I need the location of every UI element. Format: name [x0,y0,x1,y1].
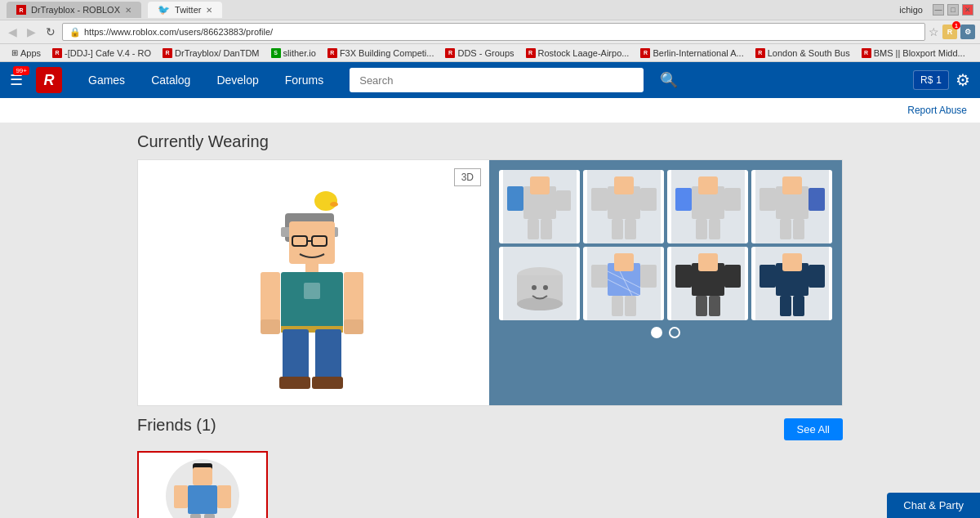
svg-rect-32 [625,219,636,239]
svg-rect-77 [782,253,802,271]
minimize-button[interactable]: — [933,4,944,16]
svg-rect-16 [283,329,309,382]
item-cell-5[interactable] [499,247,580,320]
maximize-button[interactable]: □ [947,4,959,16]
nav-forums[interactable]: Forums [272,62,336,98]
svg-rect-74 [808,265,825,288]
address-bar[interactable]: 🔒 https://www.roblox.com/users/86623883/… [62,23,925,41]
dot-2[interactable] [669,327,680,338]
bookmark-dds[interactable]: R DDS - Groups [440,47,519,60]
slither-label: slither.io [283,48,316,58]
bookmark-apps[interactable]: ⊞ Apps [7,47,46,60]
twitter-favicon: 🐦 [158,4,170,16]
bookmark-f3x[interactable]: R F3X Building Competi... [323,47,439,60]
robux-balance[interactable]: R$ 1 [913,70,949,90]
back-button[interactable]: ◀ [5,24,20,40]
nav-games[interactable]: Games [75,62,138,98]
settings-gear-icon[interactable]: ⚙ [956,70,970,90]
svg-rect-30 [640,188,657,211]
svg-rect-8 [305,264,318,272]
active-tab-close[interactable]: ✕ [206,6,212,15]
reload-button[interactable]: ↻ [42,24,59,40]
svg-rect-84 [204,514,215,518]
nav-right-area: R 1 ⚙ [942,25,975,39]
svg-rect-22 [507,186,523,211]
character-view: 3D [138,160,489,405]
bookmark-cafe[interactable]: R -[DDJ-] Cafe V.4 - RO [47,47,156,60]
friend-avatar [166,459,239,518]
bookmark-london[interactable]: R London & South Bus [751,47,855,60]
roblox-logo[interactable]: R [36,67,62,93]
settings-extension-icon[interactable]: ⚙ [960,25,975,39]
extension-icon[interactable]: R 1 [942,25,957,39]
page-content: Report Abuse Currently Wearing 3D [0,98,980,518]
svg-point-0 [314,191,337,211]
bookmark-bms[interactable]: R BMS || Bloxport Midd... [857,47,970,60]
tab-inactive[interactable]: R DrTrayblox - ROBLOX ✕ [7,2,141,18]
friend-card[interactable]: realdanswife [137,451,268,518]
friends-section: Friends (1) See All realdanswife [0,406,980,518]
svg-rect-76 [793,296,804,316]
close-button[interactable]: ✕ [962,4,973,16]
nav-develop[interactable]: Develop [203,62,271,98]
friends-title: Friends (1) [137,416,216,435]
character-svg [240,176,387,389]
friend-avatar-svg [170,459,235,518]
item-cell-6[interactable] [583,247,664,320]
dot-1[interactable] [651,327,662,338]
search-input[interactable] [350,68,644,92]
bookmark-rostock[interactable]: R Rostock Laage-Airpo... [521,47,635,60]
friends-header: Friends (1) See All [137,416,843,443]
f3x-label: F3X Building Competi... [340,48,434,58]
r-icon-rostock: R [526,48,536,58]
svg-rect-73 [760,265,776,288]
item-cell-8[interactable] [751,247,832,320]
menu-button[interactable]: ☰ 99+ [10,71,23,89]
svg-rect-19 [312,377,343,389]
roblox-navigation: ☰ 99+ R Games Catalog Develop Forums 🔍 R… [0,62,980,98]
berlin-label: Berlin-International A... [653,48,743,58]
apps-icon: ⊞ [11,48,18,57]
3d-button[interactable]: 3D [454,168,481,186]
see-all-button[interactable]: See All [784,418,843,440]
tab-active[interactable]: 🐦 Twitter ✕ [148,2,222,18]
bookmark-slither[interactable]: S slither.io [266,47,321,60]
item-cell-4[interactable] [751,170,832,243]
svg-rect-79 [193,467,212,485]
svg-rect-31 [612,219,623,239]
svg-rect-39 [709,219,720,239]
item-cell-1[interactable] [499,170,580,243]
chat-party-button[interactable]: Chat & Party [887,493,980,518]
forward-button[interactable]: ▶ [24,24,39,40]
dds-label: DDS - Groups [457,48,514,58]
wearing-panel: 3D [137,159,843,406]
svg-rect-83 [190,514,201,518]
notification-count-badge: 99+ [13,66,29,75]
inactive-tab-close[interactable]: ✕ [125,6,131,15]
item-cell-2[interactable] [583,170,664,243]
svg-rect-14 [344,319,363,334]
bookmark-drtrayblox[interactable]: R DrTrayblox/ DanTDM [158,47,265,60]
svg-rect-82 [217,485,231,508]
svg-rect-45 [780,219,791,239]
rs-count: 1 [936,74,942,86]
bookmark-star-icon[interactable]: ☆ [929,25,939,38]
svg-rect-80 [188,485,217,514]
bookmark-berlin[interactable]: R Berlin-International A... [635,47,748,60]
report-abuse-link[interactable]: Report Abuse [907,105,967,116]
nav-catalog[interactable]: Catalog [138,62,203,98]
svg-point-53 [543,285,548,290]
currently-wearing-title: Currently Wearing [137,132,843,151]
item-cell-3[interactable] [667,170,748,243]
roblox-favicon: R [16,5,26,15]
nav-links: Games Catalog Develop Forums [75,62,336,98]
item-cell-7[interactable] [667,247,748,320]
svg-rect-38 [696,219,707,239]
svg-rect-18 [279,377,310,389]
search-button[interactable]: 🔍 [660,71,678,89]
ssl-lock-icon: 🔒 [69,27,81,38]
svg-rect-46 [793,219,804,239]
user-label: ichigo [899,5,923,15]
r-icon-dds: R [445,48,455,58]
window-controls: ichigo — □ ✕ [899,4,973,16]
